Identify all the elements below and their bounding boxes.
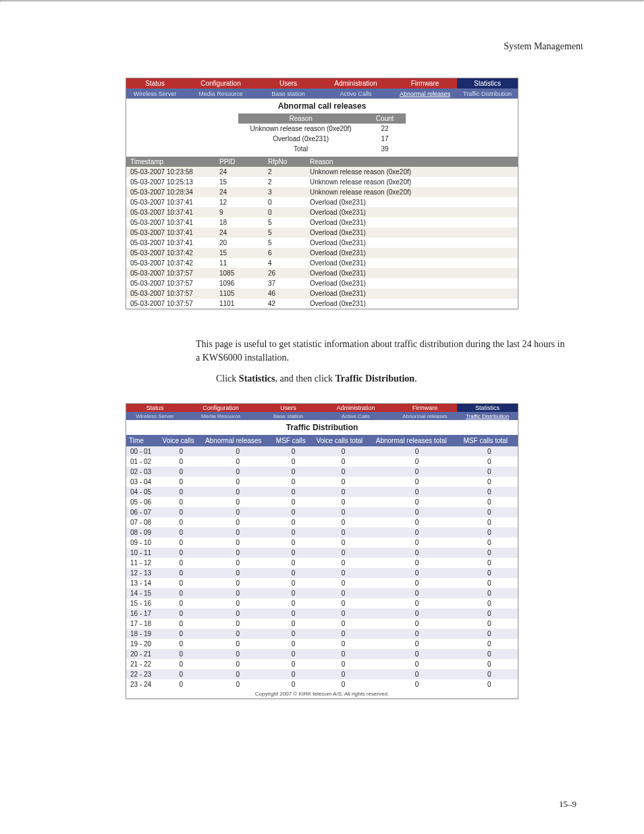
cell: 09 - 10 <box>126 538 160 548</box>
tab-abnormal-releases[interactable]: Abnormal releases <box>393 412 457 420</box>
cell: 0 <box>203 588 273 598</box>
screenshot-abnormal-releases: StatusConfigurationUsersAdministrationFi… <box>126 78 518 309</box>
cell: 0 <box>273 487 314 497</box>
cell: 0 <box>203 598 273 608</box>
cell: 0 <box>373 548 461 558</box>
cell: 0 <box>160 507 203 517</box>
cell: Overload (0xe231) <box>306 278 518 288</box>
sum-cell: 39 <box>364 144 406 154</box>
cell: 0 <box>203 578 273 588</box>
tab-administration[interactable]: Administration <box>319 78 393 88</box>
table-row: 05-03-2007 10:23:58242Unknown release re… <box>126 167 518 177</box>
tab-firmware[interactable]: Firmware <box>393 404 457 412</box>
cell: 0 <box>273 457 314 467</box>
cell: 46 <box>264 288 306 298</box>
cell: 01 - 02 <box>126 457 160 467</box>
traffic-dist-title: Traffic Distribution <box>126 420 518 435</box>
tab-status[interactable]: Status <box>126 78 184 88</box>
cell: 0 <box>160 629 203 639</box>
tab-media-resource[interactable]: Media Resource <box>184 412 258 420</box>
cell: 0 <box>461 639 518 649</box>
cell: 0 <box>373 457 461 467</box>
sum-cell: Total <box>238 144 364 154</box>
cell: 0 <box>313 477 373 487</box>
tab-firmware[interactable]: Firmware <box>393 78 457 88</box>
abnormal-releases-grid: TimestampPPIDRfpNoReason 05-03-2007 10:2… <box>126 157 518 309</box>
cell: 0 <box>160 446 203 457</box>
tab-status[interactable]: Status <box>126 404 184 412</box>
cell: 0 <box>273 639 314 649</box>
tab-configuration[interactable]: Configuration <box>184 404 258 412</box>
sum-col-reason: Reason <box>238 113 364 124</box>
cell: 0 <box>160 639 203 649</box>
tab-traffic-distribution[interactable]: Traffic Distribution <box>457 412 518 420</box>
cell: 0 <box>373 679 461 689</box>
cell: 05-03-2007 10:37:41 <box>126 228 215 238</box>
table-row: 13 - 14000000 <box>126 578 518 588</box>
cell: 20 <box>215 238 264 248</box>
table-row: 06 - 07000000 <box>126 507 518 517</box>
cell: Overload (0xe231) <box>306 298 518 309</box>
cell: 0 <box>461 598 518 608</box>
page-number: 15–9 <box>559 799 576 810</box>
cell: 0 <box>160 659 203 669</box>
tab-users[interactable]: Users <box>258 404 319 412</box>
cell: 42 <box>264 298 306 309</box>
tab-wireless-server[interactable]: Wireless Server <box>126 88 184 99</box>
cell: 0 <box>461 487 518 497</box>
cell: 13 - 14 <box>126 578 160 588</box>
cell: 9 <box>215 207 264 217</box>
cell: 23 - 24 <box>126 679 160 689</box>
step-bold-traffic: Traffic Distribution <box>336 373 415 384</box>
cell: Unknown release reason (0xe20f) <box>306 167 518 177</box>
cell: 22 - 23 <box>126 669 160 679</box>
cell: 11 - 12 <box>126 558 160 568</box>
table-row: 20 - 21000000 <box>126 649 518 659</box>
tab-abnormal-releases[interactable]: Abnormal releases <box>393 88 457 99</box>
cell: 0 <box>203 679 273 689</box>
cell: 0 <box>160 568 203 578</box>
tab-active-calls[interactable]: Active Calls <box>319 412 393 420</box>
tab-wireless-server[interactable]: Wireless Server <box>126 412 184 420</box>
step-instruction: Click Statistics, and then click Traffic… <box>216 373 570 384</box>
tab-active-calls[interactable]: Active Calls <box>319 88 393 99</box>
cell: 0 <box>313 487 373 497</box>
tab-statistics[interactable]: Statistics <box>457 404 518 412</box>
cell: 0 <box>160 457 203 467</box>
cell: 0 <box>313 568 373 578</box>
cell: 05-03-2007 10:37:57 <box>126 268 215 278</box>
cell: Unknown release reason (0xe20f) <box>306 177 518 187</box>
cell: 0 <box>160 588 203 598</box>
cell: 0 <box>203 629 273 639</box>
cell: 05-03-2007 10:37:57 <box>126 298 215 309</box>
tab-traffic-distribution[interactable]: Traffic Distribution <box>457 88 518 99</box>
col-header: Voice calls <box>160 435 203 446</box>
cell: 0 <box>373 588 461 598</box>
tab-configuration[interactable]: Configuration <box>184 78 258 88</box>
cell: 05-03-2007 10:25:13 <box>126 177 215 187</box>
cell: Unknown release reason (0xe20f) <box>306 187 518 197</box>
tab-base-station[interactable]: Base station <box>258 412 319 420</box>
table-row: 19 - 20000000 <box>126 639 518 649</box>
cell: 0 <box>373 578 461 588</box>
tab-administration[interactable]: Administration <box>319 404 393 412</box>
table-row: 09 - 10000000 <box>126 538 518 548</box>
cell: 0 <box>373 568 461 578</box>
col-header: Abnormal releases <box>203 435 273 446</box>
tab-media-resource[interactable]: Media Resource <box>184 88 258 99</box>
cell: 0 <box>160 598 203 608</box>
table-row: 18 - 19000000 <box>126 629 518 639</box>
table-row: 05-03-2007 10:37:57110142Overload (0xe23… <box>126 298 518 309</box>
cell: 0 <box>373 619 461 629</box>
tab-statistics[interactable]: Statistics <box>457 78 518 88</box>
tab-users[interactable]: Users <box>258 78 319 88</box>
cell: 00 - 01 <box>126 446 160 457</box>
tab-base-station[interactable]: Base station <box>258 88 319 99</box>
cell: 0 <box>461 619 518 629</box>
cell: 0 <box>203 467 273 477</box>
cell: 02 - 03 <box>126 467 160 477</box>
cell: 0 <box>313 649 373 659</box>
cell: 0 <box>203 619 273 629</box>
cell: 0 <box>373 649 461 659</box>
cell: 0 <box>373 538 461 548</box>
